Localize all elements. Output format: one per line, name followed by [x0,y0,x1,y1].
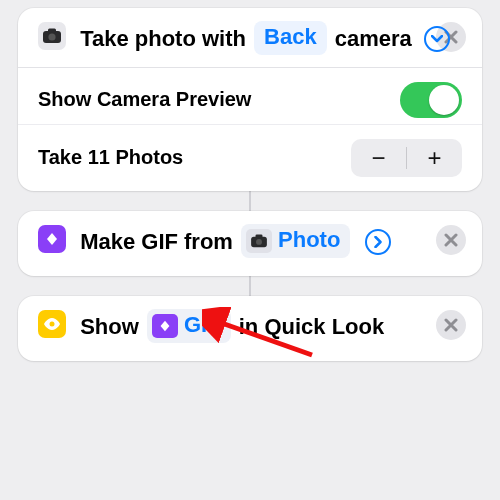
title-text-2: in Quick Look [239,314,384,339]
gif-app-icon [152,314,178,338]
camera-icon [38,22,66,50]
svg-rect-1 [48,29,56,33]
param-camera[interactable]: Back [254,21,327,55]
svg-point-6 [50,322,55,327]
svg-point-5 [256,239,262,245]
row-camera-preview: Show Camera Preview [38,68,462,120]
svg-point-2 [48,34,55,41]
connector-line [249,276,251,296]
chevron-right-icon[interactable] [365,229,391,255]
title-text: Show [80,314,139,339]
title-text: Make GIF from [80,229,233,254]
row-label: Take 11 Photos [38,146,183,169]
action-title: Make GIF from Photo [38,223,462,258]
action-title: Show GIF in Quick Look [38,308,462,343]
title-text-2: camera [335,26,412,51]
action-take-photo[interactable]: Take photo with Back camera Show Camera … [18,8,482,191]
param-gif-input[interactable]: GIF [147,309,231,343]
connector-line [249,191,251,211]
action-title: Take photo with Back camera [38,20,462,55]
stepper-plus[interactable]: + [407,139,462,177]
close-icon[interactable] [436,225,466,255]
gif-app-icon [38,225,66,253]
preview-app-icon [38,310,66,338]
close-icon[interactable] [436,310,466,340]
title-text: Take photo with [80,26,246,51]
chevron-down-icon[interactable] [424,26,450,52]
stepper-minus[interactable]: − [351,139,406,177]
camera-icon [246,229,272,253]
toggle-camera-preview[interactable] [400,82,462,118]
photo-count-stepper[interactable]: − + [351,139,462,177]
row-photo-count: Take 11 Photos − + [38,125,462,179]
action-make-gif[interactable]: Make GIF from Photo [18,211,482,276]
row-label: Show Camera Preview [38,88,251,111]
action-quick-look[interactable]: Show GIF in Quick Look [18,296,482,361]
param-photo-input[interactable]: Photo [241,224,350,258]
svg-rect-4 [256,234,263,238]
